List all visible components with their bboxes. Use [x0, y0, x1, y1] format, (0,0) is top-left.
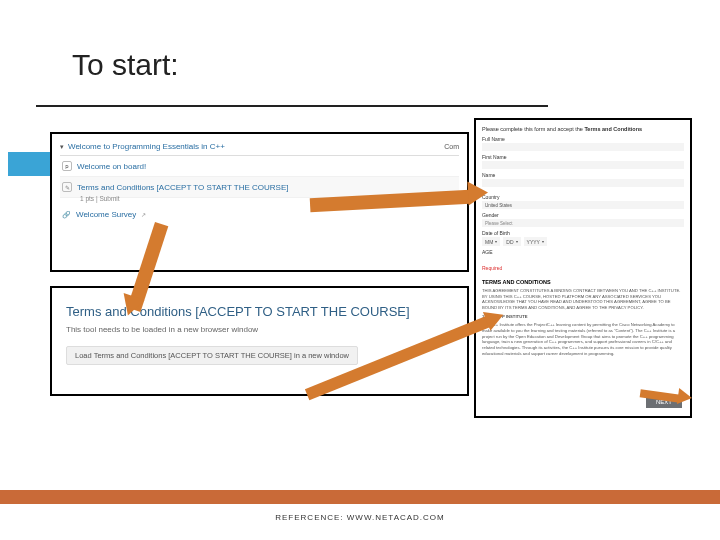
dob-year-select[interactable]: YYYY▾	[524, 237, 547, 246]
course-title: Welcome to Programming Essentials in C++	[68, 142, 225, 151]
firstname-input[interactable]	[482, 161, 684, 169]
assignment-icon: ✎	[62, 182, 72, 192]
chevron-down-icon: ▾	[60, 143, 64, 151]
country-select[interactable]: United States	[482, 201, 684, 209]
form-lead: Please complete this form and accept the…	[482, 126, 684, 132]
external-icon: ↗	[141, 211, 146, 218]
lastname-input[interactable]	[482, 179, 684, 187]
country-label: Country	[482, 194, 684, 200]
dob-month-select[interactable]: MM▾	[482, 237, 500, 246]
title-underline	[36, 105, 548, 107]
completion-label: Com	[444, 143, 459, 150]
gender-label: Gender	[482, 212, 684, 218]
terms-load-panel: Terms and Conditions [ACCEPT TO START TH…	[50, 286, 469, 396]
form-lead-bold: Terms and Conditions	[584, 126, 642, 132]
dob-label: Date of Birth	[482, 230, 684, 236]
footer-accent-bar	[0, 490, 720, 504]
age-required: Required	[482, 265, 502, 271]
panel2-sub: This tool needs to be loaded in a new br…	[66, 325, 453, 334]
list-item[interactable]: 𝖯 Welcome on board!	[60, 156, 459, 177]
registration-form-panel: Please complete this form and accept the…	[474, 118, 692, 418]
age-label: AGE	[482, 249, 684, 255]
terms-paragraph: THIS AGREEMENT CONSTITUTES A BINDING CON…	[482, 288, 684, 311]
slide-title: To start:	[72, 48, 179, 82]
list-item-label: Terms and Conditions [ACCEPT TO START TH…	[77, 183, 288, 192]
fullname-label: Full Name	[482, 136, 684, 142]
load-terms-button[interactable]: Load Terms and Conditions [ACCEPT TO STA…	[66, 346, 358, 365]
lastname-label: Name	[482, 172, 684, 178]
terms-paragraph: The C++ Institute offers the ProjectC++ …	[482, 322, 684, 356]
terms-body-heading: TERMS AND CONDITIONS	[482, 279, 684, 285]
list-item[interactable]: 🔗 Welcome Survey ↗	[60, 205, 459, 224]
gender-select[interactable]: Please Select	[482, 219, 684, 227]
list-item-label: Welcome Survey	[76, 210, 136, 219]
dob-day-select[interactable]: DD▾	[503, 237, 520, 246]
accent-box	[8, 152, 56, 176]
list-item-label: Welcome on board!	[77, 162, 146, 171]
terms-paragraph: 1. THE CPP INSTITUTE	[482, 314, 684, 320]
firstname-label: First Name	[482, 154, 684, 160]
link-icon: 🔗	[62, 211, 71, 219]
terms-body: THIS AGREEMENT CONSTITUTES A BINDING CON…	[482, 288, 684, 356]
fullname-input[interactable]	[482, 143, 684, 151]
form-lead-text: Please complete this form and accept the	[482, 126, 584, 132]
footer-reference: REFERCENCE: WWW.NETACAD.COM	[0, 513, 720, 522]
page-icon: 𝖯	[62, 161, 72, 171]
course-outline-header[interactable]: ▾ Welcome to Programming Essentials in C…	[60, 140, 459, 156]
